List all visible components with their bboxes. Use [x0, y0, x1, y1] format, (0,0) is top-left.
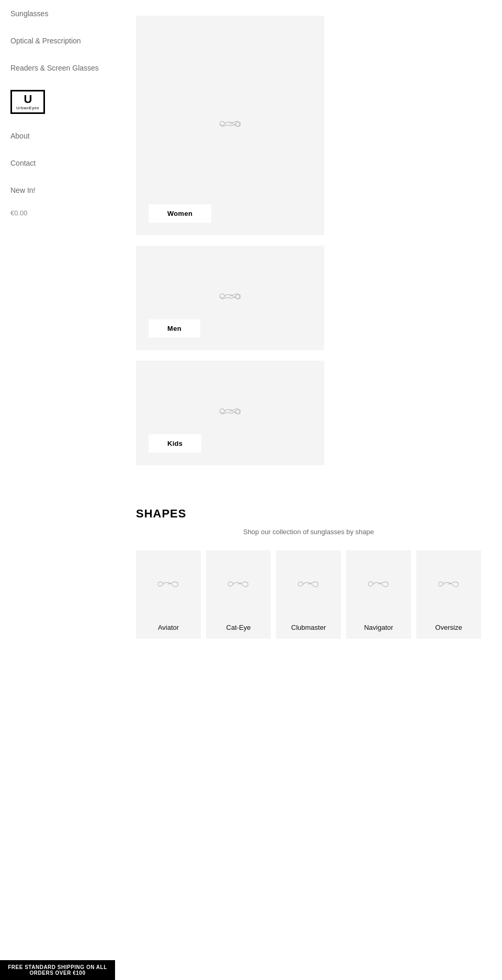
- logo-letter: U: [24, 94, 32, 105]
- shape-card-navigator[interactable]: Navigator: [346, 550, 411, 639]
- men-button[interactable]: Men: [149, 319, 200, 338]
- shape-card-clubmaster[interactable]: Clubmaster: [276, 550, 341, 639]
- nav-item-optical[interactable]: Optical & Prescription: [10, 27, 105, 54]
- nav-item-newin[interactable]: New In!: [10, 177, 105, 204]
- shape-card-aviator[interactable]: Aviator: [136, 550, 201, 639]
- main-content: Women Men Kids SHAPES Sh: [115, 0, 502, 670]
- nav-item-sunglasses[interactable]: Sunglasses: [10, 0, 105, 27]
- shape-card-oversize[interactable]: Oversize: [416, 550, 481, 639]
- shape-card-cateye[interactable]: Cat-Eye: [206, 550, 271, 639]
- nav-item-readers[interactable]: Readers & Screen Glasses: [10, 54, 105, 82]
- nav-item-contact[interactable]: Contact: [10, 149, 105, 177]
- category-card-women[interactable]: Women: [136, 16, 324, 235]
- kids-button[interactable]: Kids: [149, 434, 201, 453]
- cateye-image: [206, 550, 271, 618]
- men-image-placeholder: [220, 291, 241, 305]
- logo[interactable]: U UrbanEyes: [10, 82, 105, 122]
- shapes-section: SHAPES Shop our collection of sunglasses…: [136, 507, 481, 639]
- category-cards-section: Women Men Kids: [136, 10, 481, 476]
- oversize-label: Oversize: [435, 624, 462, 631]
- cart-price[interactable]: €0.00: [10, 204, 105, 222]
- logo-name: UrbanEyes: [16, 106, 39, 110]
- nav-item-about[interactable]: About: [10, 122, 105, 149]
- aviator-image: [136, 550, 201, 618]
- shapes-grid: Aviator Cat-Eye Clubmaster: [136, 550, 481, 639]
- shapes-title: SHAPES: [136, 507, 481, 521]
- kids-image-placeholder: [220, 406, 241, 420]
- aviator-label: Aviator: [158, 624, 179, 631]
- category-card-kids[interactable]: Kids: [136, 361, 324, 465]
- category-card-men[interactable]: Men: [136, 246, 324, 350]
- women-button[interactable]: Women: [149, 204, 211, 223]
- oversize-image: [416, 550, 481, 618]
- women-image-placeholder: [220, 119, 241, 132]
- sidebar-nav: Sunglasses Optical & Prescription Reader…: [0, 0, 115, 670]
- clubmaster-label: Clubmaster: [291, 624, 326, 631]
- navigator-label: Navigator: [364, 624, 393, 631]
- shapes-subtitle: Shop our collection of sunglasses by sha…: [136, 528, 481, 536]
- navigator-image: [346, 550, 411, 618]
- cateye-label: Cat-Eye: [226, 624, 251, 631]
- clubmaster-image: [276, 550, 341, 618]
